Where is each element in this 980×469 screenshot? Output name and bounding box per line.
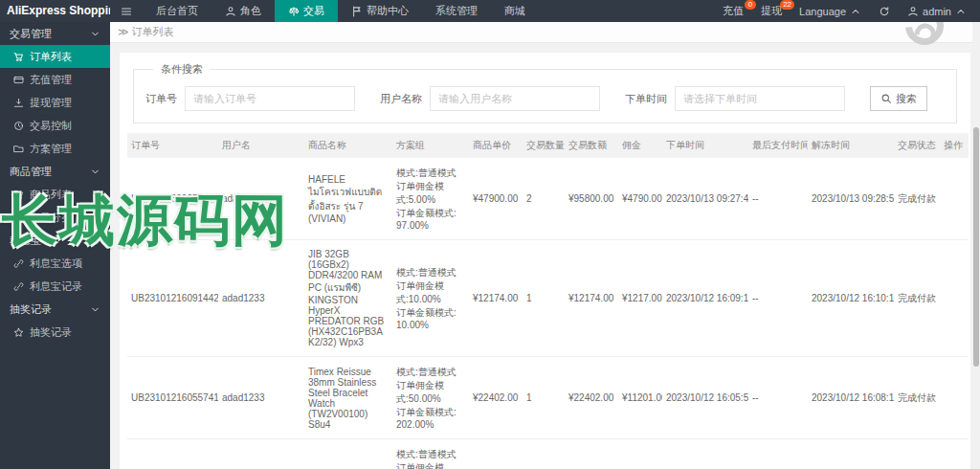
clock-icon [13, 121, 24, 131]
cell-username: adad1233 [218, 240, 304, 357]
cell-plan: 模式:普通模式 订单佣金模式:50.00% 订单金额模式: 202.00% [392, 357, 469, 439]
cell-username: adad1233 [218, 439, 304, 469]
cell-commission: ¥4790.00 [618, 158, 662, 240]
nav-item[interactable]: 角色 [212, 0, 275, 22]
withdraw-link[interactable]: 提现 22 [761, 4, 782, 18]
order-time-label: 下单时间 [625, 92, 667, 106]
chevron-up-icon [955, 6, 967, 17]
chevron-up-icon [850, 6, 861, 17]
cell-username: adad1233 [218, 357, 304, 439]
scrollbar-thumb[interactable] [973, 127, 979, 367]
cell-unfreeze-time: 2023/10/12 16:10:17 [808, 240, 894, 357]
search-button[interactable]: 搜索 [870, 86, 927, 111]
nav-item[interactable]: 系统管理 [422, 0, 491, 22]
sidebar-item[interactable]: 方案管理 [0, 137, 110, 160]
username-input[interactable] [430, 86, 600, 111]
topbar-spacer [539, 0, 723, 22]
cart-icon [13, 190, 24, 200]
nav-item[interactable]: 交易 [275, 0, 338, 22]
column-header: 商品单价 [469, 133, 523, 158]
sidebar-item-label: 提现管理 [30, 96, 72, 110]
recharge-link[interactable]: 充值 0 [723, 4, 744, 18]
cell-product: HAFELE ไมโครเวฟแบบติดตั้งอิสระ รุ่น 7 (V… [304, 158, 392, 240]
sidebar-item-label: 商品列表 [30, 188, 72, 202]
order-time-field: 下单时间 [625, 86, 845, 111]
sidebar-item[interactable]: 充值管理 [0, 68, 110, 91]
sidebar-item[interactable]: 订单列表 [0, 45, 110, 68]
column-header: 方案组 [392, 133, 469, 158]
cell-commission: ¥11201.00 [618, 357, 662, 439]
sidebar-item-label: 商品分类 [30, 211, 72, 225]
nav-item-label: 帮助中心 [367, 0, 409, 22]
column-header: 交易数额 [565, 133, 618, 158]
nav-item[interactable]: 商城 [491, 0, 539, 22]
sidebar-item[interactable]: 提现管理 [0, 91, 110, 114]
nav-item[interactable]: 帮助中心 [338, 0, 422, 22]
cell-status: 完成付款 [894, 439, 940, 469]
column-header: 交易数量 [523, 133, 565, 158]
order-no-field: 订单号 [145, 86, 355, 111]
cell-amount: ¥95800.00 [565, 158, 618, 240]
recharge-label: 充值 [723, 4, 744, 18]
sidebar-item-label: 抽奖记录 [30, 325, 72, 340]
user-menu[interactable]: admin [907, 6, 967, 17]
sidebar-item[interactable]: 交易控制 [0, 114, 110, 137]
hamburger-icon [121, 6, 132, 17]
cell-unfreeze-time: 2023/10/13 09:28:53 [808, 158, 894, 240]
chevron-down-icon [90, 167, 100, 177]
column-header: 用户名 [218, 133, 304, 158]
sidebar-group[interactable]: 交易管理 [0, 22, 110, 45]
sidebar-group[interactable]: 利息宝 [0, 229, 110, 252]
chevron-down-icon [90, 304, 100, 315]
nav-item-label: 系统管理 [435, 0, 478, 22]
sidebar-item[interactable]: 抽奖记录 [0, 321, 110, 344]
language-label: Language [799, 6, 846, 17]
table-row: UB2310121609144257adad1233JIB 32GB (16GB… [127, 240, 969, 357]
hamburger-icon[interactable] [110, 0, 143, 22]
sidebar: 交易管理订单列表充值管理提现管理交易控制方案管理商品管理商品列表商品分类利息宝利… [0, 22, 110, 469]
topbar: AliExpress Shopping... 后台首页角色交易帮助中心系统管理商… [0, 0, 980, 22]
nav-item-label: 角色 [240, 0, 261, 22]
cell-product: JIB 32GB (16GBx2) DDR4/3200 RAM PC (แรมพ… [304, 240, 392, 357]
cell-product: Timex Reissue 38mm Stainless Steel Brace… [304, 357, 392, 439]
sidebar-item[interactable]: 利息宝选项 [0, 252, 110, 275]
breadcrumb: ≫ 订单列表 [110, 22, 980, 43]
column-header: 商品名称 [304, 133, 392, 158]
sidebar-item[interactable]: 商品分类 [0, 206, 110, 229]
order-time-input[interactable] [675, 86, 845, 111]
order-list-card: 条件搜索 订单号 用户名称 下单时间 [120, 53, 970, 469]
sidebar-item-label: 充值管理 [30, 73, 72, 87]
refresh-button[interactable] [879, 6, 890, 17]
column-header: 解冻时间 [808, 133, 894, 158]
cell-qty: 2 [523, 158, 565, 240]
main-content: ≫ 订单列表 条件搜索 订单号 用户名称 下单时间 [110, 22, 980, 469]
sidebar-item-label: 利息宝选项 [30, 257, 82, 271]
search-button-label: 搜索 [896, 92, 917, 106]
cell-order-time: 2023/10/12 16:09:14 [662, 240, 748, 357]
chevron-up-icon [850, 6, 861, 17]
page-scrollbar[interactable] [972, 22, 980, 469]
sidebar-group-label: 交易管理 [10, 27, 52, 41]
sidebar-group[interactable]: 商品管理 [0, 160, 110, 183]
order-no-input[interactable] [185, 86, 355, 111]
sidebar-group-label: 利息宝 [10, 234, 41, 248]
language-menu[interactable]: Language [799, 6, 861, 17]
table-header-row: 订单号用户名商品名称方案组商品单价交易数量交易数额佣金下单时间最后支付时间解冻时… [127, 133, 969, 158]
sidebar-group[interactable]: 抽奖记录 [0, 298, 110, 321]
sidebar-item[interactable]: 商品列表 [0, 183, 110, 206]
sidebar-item[interactable]: 利息宝记录 [0, 275, 110, 298]
cell-unit-price: ¥12174.00 [469, 240, 523, 357]
nav-item[interactable]: 后台首页 [143, 0, 212, 22]
nav-item-label: 交易 [303, 0, 324, 22]
withdraw-badge: 22 [780, 0, 794, 10]
star-icon [13, 327, 24, 338]
column-header: 佣金 [618, 133, 662, 158]
username-label: admin [923, 6, 951, 17]
table-row: UB2310121605574125adad1233Timex Reissue … [127, 357, 969, 439]
link-icon [13, 212, 24, 223]
cell-plan: 模式:普通模式 订单佣金模式:10.00% 订单金额模式: 10.00% [392, 240, 469, 357]
recharge-badge: 0 [745, 0, 756, 10]
cell-last-pay-time: -- [748, 357, 808, 439]
sidebar-group-label: 抽奖记录 [10, 302, 52, 317]
cell-unfreeze-time: 2023/10/12 16:06:46 [808, 439, 894, 469]
